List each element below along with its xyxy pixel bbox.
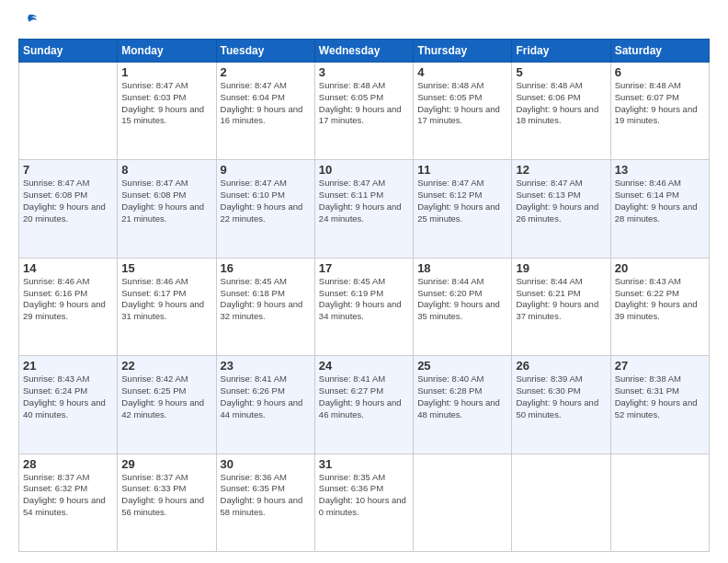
week-row-1: 1Sunrise: 8:47 AM Sunset: 6:03 PM Daylig… bbox=[19, 63, 710, 160]
day-number: 12 bbox=[516, 163, 606, 177]
header-wednesday: Wednesday bbox=[314, 40, 413, 63]
day-info: Sunrise: 8:47 AM Sunset: 6:12 PM Dayligh… bbox=[417, 178, 507, 224]
day-info: Sunrise: 8:47 AM Sunset: 6:11 PM Dayligh… bbox=[319, 178, 409, 224]
calendar-table: Sunday Monday Tuesday Wednesday Thursday… bbox=[18, 39, 710, 552]
day-number: 30 bbox=[221, 457, 311, 471]
day-info: Sunrise: 8:48 AM Sunset: 6:07 PM Dayligh… bbox=[615, 80, 705, 127]
cell-w2-d5: 12Sunrise: 8:47 AM Sunset: 6:13 PM Dayli… bbox=[512, 160, 610, 258]
cell-w1-d6: 6Sunrise: 8:48 AM Sunset: 6:07 PM Daylig… bbox=[610, 63, 709, 160]
cell-w3-d4: 18Sunrise: 8:44 AM Sunset: 6:20 PM Dayli… bbox=[414, 258, 512, 355]
day-number: 17 bbox=[319, 261, 409, 275]
cell-w4-d5: 26Sunrise: 8:39 AM Sunset: 6:30 PM Dayli… bbox=[512, 356, 610, 454]
day-number: 31 bbox=[319, 457, 409, 471]
header-tuesday: Tuesday bbox=[216, 40, 314, 63]
day-number: 2 bbox=[221, 65, 311, 79]
cell-w3-d5: 19Sunrise: 8:44 AM Sunset: 6:21 PM Dayli… bbox=[512, 258, 610, 355]
day-info: Sunrise: 8:45 AM Sunset: 6:19 PM Dayligh… bbox=[319, 276, 409, 323]
cell-w2-d1: 8Sunrise: 8:47 AM Sunset: 6:08 PM Daylig… bbox=[118, 160, 216, 258]
day-info: Sunrise: 8:41 AM Sunset: 6:27 PM Dayligh… bbox=[319, 373, 409, 420]
cell-w1-d0 bbox=[19, 63, 118, 160]
day-number: 14 bbox=[23, 261, 113, 275]
day-info: Sunrise: 8:48 AM Sunset: 6:06 PM Dayligh… bbox=[516, 80, 606, 127]
day-number: 3 bbox=[319, 65, 409, 79]
cell-w4-d2: 23Sunrise: 8:41 AM Sunset: 6:26 PM Dayli… bbox=[216, 356, 314, 454]
cell-w2-d6: 13Sunrise: 8:46 AM Sunset: 6:14 PM Dayli… bbox=[610, 160, 709, 258]
week-row-5: 28Sunrise: 8:37 AM Sunset: 6:32 PM Dayli… bbox=[19, 454, 710, 551]
day-number: 23 bbox=[221, 359, 311, 373]
cell-w5-d6 bbox=[610, 454, 709, 551]
day-number: 25 bbox=[417, 359, 507, 373]
header-friday: Friday bbox=[512, 40, 610, 63]
cell-w2-d3: 10Sunrise: 8:47 AM Sunset: 6:11 PM Dayli… bbox=[314, 160, 413, 258]
logo-bird-icon bbox=[20, 13, 37, 29]
day-info: Sunrise: 8:39 AM Sunset: 6:30 PM Dayligh… bbox=[516, 373, 606, 420]
cell-w3-d1: 15Sunrise: 8:46 AM Sunset: 6:17 PM Dayli… bbox=[118, 258, 216, 355]
cell-w4-d1: 22Sunrise: 8:42 AM Sunset: 6:25 PM Dayli… bbox=[118, 356, 216, 454]
cell-w4-d6: 27Sunrise: 8:38 AM Sunset: 6:31 PM Dayli… bbox=[610, 356, 709, 454]
cell-w3-d6: 20Sunrise: 8:43 AM Sunset: 6:22 PM Dayli… bbox=[610, 258, 709, 355]
day-info: Sunrise: 8:38 AM Sunset: 6:31 PM Dayligh… bbox=[615, 373, 705, 420]
day-info: Sunrise: 8:46 AM Sunset: 6:16 PM Dayligh… bbox=[23, 276, 113, 323]
logo-text bbox=[18, 15, 37, 31]
day-info: Sunrise: 8:43 AM Sunset: 6:22 PM Dayligh… bbox=[615, 276, 705, 323]
day-number: 10 bbox=[319, 163, 409, 177]
day-number: 28 bbox=[23, 457, 113, 471]
cell-w4-d3: 24Sunrise: 8:41 AM Sunset: 6:27 PM Dayli… bbox=[314, 356, 413, 454]
day-number: 16 bbox=[221, 261, 311, 275]
logo bbox=[18, 15, 37, 31]
cell-w1-d4: 4Sunrise: 8:48 AM Sunset: 6:05 PM Daylig… bbox=[414, 63, 512, 160]
day-info: Sunrise: 8:48 AM Sunset: 6:05 PM Dayligh… bbox=[417, 80, 507, 127]
day-info: Sunrise: 8:47 AM Sunset: 6:10 PM Dayligh… bbox=[221, 178, 311, 224]
day-number: 22 bbox=[121, 359, 211, 373]
week-row-2: 7Sunrise: 8:47 AM Sunset: 6:08 PM Daylig… bbox=[19, 160, 710, 258]
day-info: Sunrise: 8:46 AM Sunset: 6:17 PM Dayligh… bbox=[121, 276, 211, 323]
day-info: Sunrise: 8:47 AM Sunset: 6:08 PM Dayligh… bbox=[23, 178, 113, 224]
page: Sunday Monday Tuesday Wednesday Thursday… bbox=[0, 0, 728, 563]
day-number: 8 bbox=[121, 163, 211, 177]
header-monday: Monday bbox=[118, 40, 216, 63]
header bbox=[18, 15, 710, 31]
day-info: Sunrise: 8:43 AM Sunset: 6:24 PM Dayligh… bbox=[23, 373, 113, 420]
day-info: Sunrise: 8:48 AM Sunset: 6:05 PM Dayligh… bbox=[319, 80, 409, 127]
day-number: 19 bbox=[516, 261, 606, 275]
day-info: Sunrise: 8:47 AM Sunset: 6:08 PM Dayligh… bbox=[121, 178, 211, 224]
day-number: 13 bbox=[615, 163, 705, 177]
day-info: Sunrise: 8:47 AM Sunset: 6:04 PM Dayligh… bbox=[221, 80, 311, 127]
day-number: 7 bbox=[23, 163, 113, 177]
cell-w2-d0: 7Sunrise: 8:47 AM Sunset: 6:08 PM Daylig… bbox=[19, 160, 118, 258]
cell-w5-d4 bbox=[414, 454, 512, 551]
week-row-3: 14Sunrise: 8:46 AM Sunset: 6:16 PM Dayli… bbox=[19, 258, 710, 355]
cell-w3-d0: 14Sunrise: 8:46 AM Sunset: 6:16 PM Dayli… bbox=[19, 258, 118, 355]
cell-w1-d1: 1Sunrise: 8:47 AM Sunset: 6:03 PM Daylig… bbox=[118, 63, 216, 160]
day-number: 5 bbox=[516, 65, 606, 79]
cell-w5-d3: 31Sunrise: 8:35 AM Sunset: 6:36 PM Dayli… bbox=[314, 454, 413, 551]
day-info: Sunrise: 8:37 AM Sunset: 6:33 PM Dayligh… bbox=[121, 472, 211, 519]
cell-w5-d5 bbox=[512, 454, 610, 551]
day-info: Sunrise: 8:41 AM Sunset: 6:26 PM Dayligh… bbox=[221, 373, 311, 420]
day-info: Sunrise: 8:40 AM Sunset: 6:28 PM Dayligh… bbox=[417, 373, 507, 420]
cell-w2-d2: 9Sunrise: 8:47 AM Sunset: 6:10 PM Daylig… bbox=[216, 160, 314, 258]
day-number: 24 bbox=[319, 359, 409, 373]
day-info: Sunrise: 8:35 AM Sunset: 6:36 PM Dayligh… bbox=[319, 472, 409, 519]
cell-w4-d4: 25Sunrise: 8:40 AM Sunset: 6:28 PM Dayli… bbox=[414, 356, 512, 454]
day-number: 11 bbox=[417, 163, 507, 177]
day-number: 1 bbox=[121, 65, 211, 79]
cell-w4-d0: 21Sunrise: 8:43 AM Sunset: 6:24 PM Dayli… bbox=[19, 356, 118, 454]
day-number: 4 bbox=[417, 65, 507, 79]
day-number: 21 bbox=[23, 359, 113, 373]
cell-w3-d3: 17Sunrise: 8:45 AM Sunset: 6:19 PM Dayli… bbox=[314, 258, 413, 355]
header-saturday: Saturday bbox=[610, 40, 709, 63]
day-info: Sunrise: 8:42 AM Sunset: 6:25 PM Dayligh… bbox=[121, 373, 211, 420]
day-info: Sunrise: 8:47 AM Sunset: 6:13 PM Dayligh… bbox=[516, 178, 606, 224]
cell-w5-d0: 28Sunrise: 8:37 AM Sunset: 6:32 PM Dayli… bbox=[19, 454, 118, 551]
day-number: 26 bbox=[516, 359, 606, 373]
cell-w5-d2: 30Sunrise: 8:36 AM Sunset: 6:35 PM Dayli… bbox=[216, 454, 314, 551]
week-row-4: 21Sunrise: 8:43 AM Sunset: 6:24 PM Dayli… bbox=[19, 356, 710, 454]
day-info: Sunrise: 8:46 AM Sunset: 6:14 PM Dayligh… bbox=[615, 178, 705, 224]
cell-w1-d3: 3Sunrise: 8:48 AM Sunset: 6:05 PM Daylig… bbox=[314, 63, 413, 160]
cell-w2-d4: 11Sunrise: 8:47 AM Sunset: 6:12 PM Dayli… bbox=[414, 160, 512, 258]
cell-w3-d2: 16Sunrise: 8:45 AM Sunset: 6:18 PM Dayli… bbox=[216, 258, 314, 355]
day-number: 20 bbox=[615, 261, 705, 275]
header-thursday: Thursday bbox=[414, 40, 512, 63]
day-info: Sunrise: 8:36 AM Sunset: 6:35 PM Dayligh… bbox=[221, 472, 311, 519]
